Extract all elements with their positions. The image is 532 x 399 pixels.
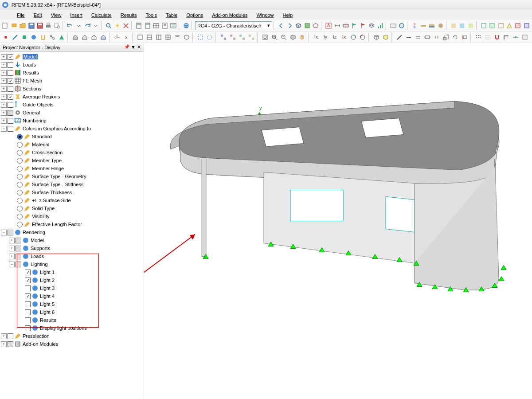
k4-button[interactable] — [505, 21, 513, 30]
expand-icon[interactable]: + — [1, 94, 7, 100]
view6-button[interactable] — [182, 33, 191, 42]
menu-options[interactable]: Options — [182, 11, 207, 19]
tree-avgreg[interactable]: Average Regions — [23, 94, 60, 99]
grp1-button[interactable] — [219, 33, 228, 42]
expand-icon[interactable]: + — [1, 54, 7, 60]
grp2-button[interactable] — [228, 33, 237, 42]
expand-icon[interactable]: + — [1, 70, 7, 76]
checkbox[interactable] — [25, 270, 31, 275]
tree-sections[interactable]: Sections — [23, 86, 41, 91]
tree-r-loads[interactable]: Loads — [31, 254, 44, 259]
checkbox[interactable] — [8, 86, 13, 92]
checkbox[interactable] — [8, 78, 13, 84]
expand-icon[interactable]: + — [1, 102, 7, 108]
checkbox[interactable] — [25, 293, 31, 299]
radio[interactable] — [17, 166, 23, 172]
tree-l6[interactable]: Light 6 — [40, 309, 55, 315]
view1-button[interactable] — [136, 33, 145, 42]
align-button[interactable] — [460, 33, 469, 42]
tree-addon[interactable]: Add-on Modules — [23, 341, 58, 347]
tree-rendering[interactable]: Rendering — [23, 230, 45, 235]
radio[interactable] — [17, 190, 23, 196]
load-case-combo[interactable]: RC4 - GZG - Charakteristisch ▾ — [195, 21, 272, 30]
calc-dropdown-button[interactable] — [144, 21, 152, 30]
expand-icon[interactable]: + — [1, 333, 7, 339]
xyz-button[interactable] — [113, 33, 121, 42]
cube2-button[interactable] — [458, 21, 466, 30]
grid2-button[interactable] — [483, 33, 492, 42]
tree-l2[interactable]: Light 2 — [40, 278, 55, 283]
stretch-button[interactable] — [423, 33, 432, 42]
navigator-tree[interactable]: +Model +Loads +Results +FE Mesh +Section… — [0, 52, 144, 399]
redo-button[interactable] — [83, 21, 91, 30]
rotate-button[interactable] — [451, 33, 460, 42]
checkbox[interactable] — [25, 278, 31, 283]
anim-button[interactable] — [376, 21, 384, 30]
tree-l5[interactable]: Light 5 — [40, 301, 55, 307]
lbl-p2-button[interactable] — [358, 33, 367, 42]
radio[interactable] — [17, 182, 23, 188]
doc-button[interactable] — [160, 21, 168, 30]
expand-icon[interactable]: + — [9, 254, 15, 259]
tree-c-elf[interactable]: Effective Length Factor — [32, 222, 82, 227]
collapse-icon[interactable]: − — [1, 230, 7, 235]
checkbox[interactable] — [16, 262, 21, 267]
cube-button[interactable] — [294, 21, 302, 30]
rx-button[interactable] — [389, 21, 397, 30]
checkbox[interactable] — [8, 126, 13, 132]
end-tool[interactable] — [520, 33, 529, 42]
sphere-button[interactable] — [436, 21, 444, 30]
radio[interactable] — [17, 142, 23, 148]
cube-yellow-button[interactable] — [381, 33, 390, 42]
tree-loads[interactable]: Loads — [23, 62, 36, 67]
lbl-ix-button[interactable]: Ix — [312, 33, 321, 42]
redo-dropdown[interactable] — [92, 21, 100, 30]
sel2-button[interactable] — [205, 33, 214, 42]
tree-l1[interactable]: Light 1 — [40, 270, 55, 275]
checkbox[interactable] — [8, 70, 13, 76]
dropdown-icon[interactable]: ▼ — [131, 44, 136, 50]
checkbox[interactable] — [8, 94, 13, 100]
grp3-button[interactable] — [238, 33, 246, 42]
grid1-button[interactable] — [474, 33, 483, 42]
flash-button[interactable] — [113, 21, 121, 30]
checkbox[interactable] — [25, 309, 31, 315]
x-button[interactable]: x — [122, 33, 131, 42]
save-red-button[interactable] — [36, 21, 44, 30]
view3-button[interactable] — [154, 33, 163, 42]
checkbox[interactable] — [16, 254, 21, 259]
member-button[interactable] — [11, 33, 20, 42]
menu-tools[interactable]: Tools — [141, 11, 161, 19]
expand-icon[interactable]: + — [1, 86, 7, 92]
hand-button[interactable] — [298, 33, 307, 42]
mirror-button[interactable] — [432, 33, 441, 42]
menu-file[interactable]: File — [12, 11, 29, 19]
line1-button[interactable] — [395, 33, 404, 42]
k3-button[interactable] — [497, 21, 505, 30]
checkbox[interactable] — [8, 102, 13, 108]
checkbox[interactable] — [25, 301, 31, 307]
tree-c-sol[interactable]: Solid Type — [32, 206, 55, 211]
menu-calculate[interactable]: Calculate — [87, 11, 116, 19]
flag-button[interactable] — [350, 21, 358, 30]
radio[interactable] — [17, 214, 23, 219]
snap-button[interactable] — [493, 33, 501, 42]
tree-l4[interactable]: Light 4 — [40, 293, 55, 299]
menu-table[interactable]: Table — [161, 11, 182, 19]
tree-c-mt[interactable]: Member Type — [32, 158, 62, 163]
model-viewport[interactable]: x y z — [144, 43, 532, 399]
menu-window[interactable]: Window — [252, 11, 278, 19]
print-preview-button[interactable] — [53, 21, 61, 30]
open-button[interactable] — [19, 21, 27, 30]
expand-icon[interactable]: + — [1, 110, 7, 116]
bar-button[interactable] — [419, 21, 427, 30]
scale-button[interactable] — [442, 33, 450, 42]
tree-femesh[interactable]: FE Mesh — [23, 78, 42, 83]
globe-sm-button[interactable] — [29, 33, 38, 42]
view4-button[interactable] — [164, 33, 172, 42]
checkbox[interactable] — [25, 317, 31, 323]
tree-results[interactable]: Results — [23, 70, 39, 75]
checkbox[interactable] — [8, 110, 13, 116]
checkbox[interactable] — [25, 286, 31, 291]
house4-button[interactable] — [99, 33, 108, 42]
